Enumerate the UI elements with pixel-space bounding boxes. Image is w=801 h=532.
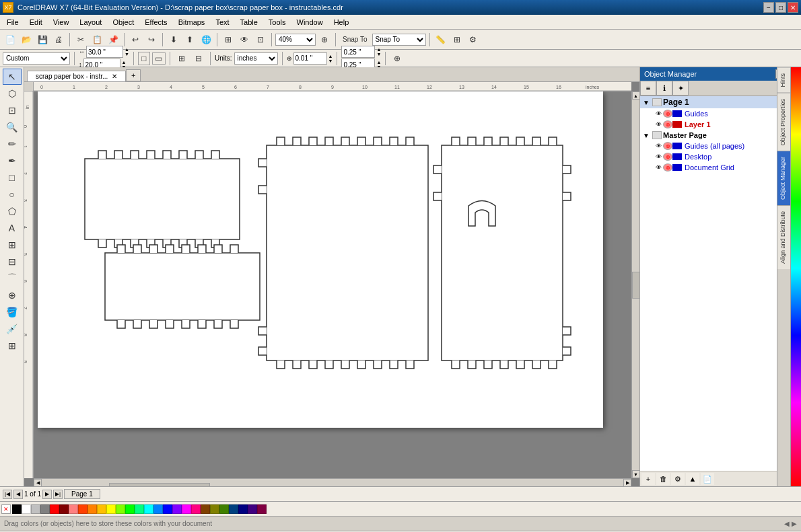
zoom-fit-button[interactable]: ⊕ xyxy=(317,32,332,47)
menu-bitmaps[interactable]: Bitmaps xyxy=(173,17,211,28)
undo-button[interactable]: ↩ xyxy=(128,32,143,47)
rulers-button[interactable]: 📏 xyxy=(433,32,448,47)
color-pink[interactable] xyxy=(69,504,78,514)
rectangle-tool[interactable]: □ xyxy=(3,169,22,186)
snap-button[interactable]: ⊞ xyxy=(221,32,236,47)
grid-x-input[interactable] xyxy=(341,46,375,58)
options-button[interactable]: ⚙ xyxy=(466,32,481,47)
color-yellow[interactable] xyxy=(106,504,116,514)
connector-tool[interactable]: ⌒ xyxy=(3,270,22,287)
desktop-eye-icon[interactable]: 👁 xyxy=(654,153,663,161)
guides-eye-icon[interactable]: 👁 xyxy=(654,110,663,118)
text-tool[interactable]: A xyxy=(3,220,22,236)
color-spring[interactable] xyxy=(135,504,144,514)
copy-button[interactable]: 📋 xyxy=(90,32,104,47)
grid-y-up-btn[interactable]: ▲ xyxy=(376,60,381,65)
om-properties-tab[interactable]: ℹ xyxy=(656,81,672,96)
last-page-btn[interactable]: ▶| xyxy=(53,490,63,499)
menu-view[interactable]: View xyxy=(48,17,75,28)
master-expand-icon[interactable]: ▼ xyxy=(643,132,652,139)
table-tool[interactable]: ⊞ xyxy=(3,237,22,253)
scroll-thumb[interactable] xyxy=(632,272,640,299)
freehand-tool[interactable]: ✏ xyxy=(3,136,22,152)
width-down-btn[interactable]: ▼ xyxy=(125,52,129,56)
om-del-layer-btn[interactable]: 🗑 xyxy=(656,473,670,485)
menu-table[interactable]: Table xyxy=(235,17,263,28)
doc-grid-lock-icon[interactable]: ⊗ xyxy=(663,163,672,172)
scroll-right-btn[interactable]: ▶ xyxy=(623,479,631,487)
menu-effects[interactable]: Effects xyxy=(139,17,172,28)
export-button[interactable]: ⬆ xyxy=(182,32,197,47)
color-darkred[interactable] xyxy=(59,504,69,514)
scroll-up-btn[interactable]: ▲ xyxy=(632,91,640,100)
drag-left-btn[interactable]: ◀ xyxy=(784,520,790,527)
color-navy-light[interactable] xyxy=(229,504,238,514)
color-white[interactable] xyxy=(22,504,31,514)
fill-tool[interactable]: 🪣 xyxy=(3,304,22,320)
color-gray[interactable] xyxy=(40,504,50,514)
zoom-tool[interactable]: 🔍 xyxy=(3,119,22,135)
om-add-page-btn[interactable]: 📄 xyxy=(701,473,714,485)
height-up-btn[interactable]: ▲ xyxy=(122,60,127,65)
redo-button[interactable]: ↪ xyxy=(144,32,159,47)
interactive-tool[interactable]: ⊞ xyxy=(3,338,22,354)
guides-all-lock-icon[interactable]: ⊗ xyxy=(663,142,672,150)
om-styles-tab[interactable]: ✦ xyxy=(672,81,689,96)
nudge-up-btn[interactable]: ▲ xyxy=(328,54,333,59)
no-color-swatch[interactable]: ✕ xyxy=(1,504,11,514)
layer1-eye-icon[interactable]: 👁 xyxy=(654,120,663,128)
scroll-right[interactable]: ▲ ▼ xyxy=(631,91,639,478)
guides-lock-icon[interactable]: ⊗ xyxy=(663,110,672,118)
paste-button[interactable]: 📌 xyxy=(106,32,120,47)
master-checkbox[interactable] xyxy=(652,131,662,139)
snap-to-select[interactable]: Snap To xyxy=(372,34,426,46)
grid-x-down-btn[interactable]: ▼ xyxy=(376,52,381,56)
color-silver[interactable] xyxy=(31,504,40,514)
grid-x-up-btn[interactable]: ▲ xyxy=(376,47,381,52)
menu-help[interactable]: Help xyxy=(328,17,355,28)
om-layer-props-btn[interactable]: ⚙ xyxy=(671,473,685,485)
hscroll-thumb[interactable] xyxy=(109,483,210,487)
om-move-up-btn[interactable]: ▲ xyxy=(686,473,699,485)
ellipse-tool[interactable]: ○ xyxy=(3,186,22,202)
select-tool[interactable]: ↖ xyxy=(3,69,22,85)
color-brown[interactable] xyxy=(201,504,210,514)
polygon-tool[interactable]: ⬠ xyxy=(3,203,22,219)
page-size-icon2[interactable]: ⊟ xyxy=(191,51,206,66)
blend-tool[interactable]: ⊕ xyxy=(3,287,22,303)
page1-expand-icon[interactable]: ▼ xyxy=(643,99,652,106)
tab-close-icon[interactable]: ✕ xyxy=(112,73,117,80)
hints-tab[interactable]: Hints xyxy=(777,67,790,93)
width-up-btn[interactable]: ▲ xyxy=(125,47,129,52)
open-button[interactable]: 📂 xyxy=(19,32,34,47)
color-olive[interactable] xyxy=(210,504,219,514)
add-page-btn[interactable]: ⊕ xyxy=(390,51,405,66)
color-black[interactable] xyxy=(12,504,22,514)
scroll-left-btn[interactable]: ◀ xyxy=(34,479,42,487)
om-layers-tab[interactable]: ≡ xyxy=(640,81,656,96)
page1-checkbox[interactable] xyxy=(652,98,662,106)
new-button[interactable]: 📄 xyxy=(3,32,18,47)
color-cyan[interactable] xyxy=(144,504,153,514)
menu-edit[interactable]: Edit xyxy=(24,17,48,28)
eyedropper-tool[interactable]: 💉 xyxy=(3,321,22,337)
landscape-btn[interactable]: ▭ xyxy=(152,52,166,65)
color-green[interactable] xyxy=(125,504,135,514)
color-navy[interactable] xyxy=(238,504,248,514)
object-manager-tab[interactable]: Object Manager xyxy=(777,151,790,205)
view-button[interactable]: 👁 xyxy=(237,32,252,47)
new-tab-btn[interactable]: + xyxy=(126,69,141,81)
scroll-down-btn[interactable]: ▼ xyxy=(632,470,640,478)
import-button[interactable]: ⬇ xyxy=(166,32,181,47)
color-orange-red[interactable] xyxy=(78,504,88,514)
zoom-select[interactable]: 40% 50% 100% xyxy=(275,34,316,46)
first-page-btn[interactable]: |◀ xyxy=(3,490,12,499)
menu-text[interactable]: Text xyxy=(210,17,234,28)
menu-file[interactable]: File xyxy=(1,17,24,28)
grid-button[interactable]: ⊞ xyxy=(450,32,464,47)
smart-draw-tool[interactable]: ✒ xyxy=(3,153,22,169)
object-properties-tab[interactable]: Object Properties xyxy=(777,93,790,151)
crop-tool[interactable]: ⊡ xyxy=(3,102,22,118)
page-size-icon1[interactable]: ⊞ xyxy=(174,51,189,66)
doc-grid-eye-icon[interactable]: 👁 xyxy=(654,163,663,172)
